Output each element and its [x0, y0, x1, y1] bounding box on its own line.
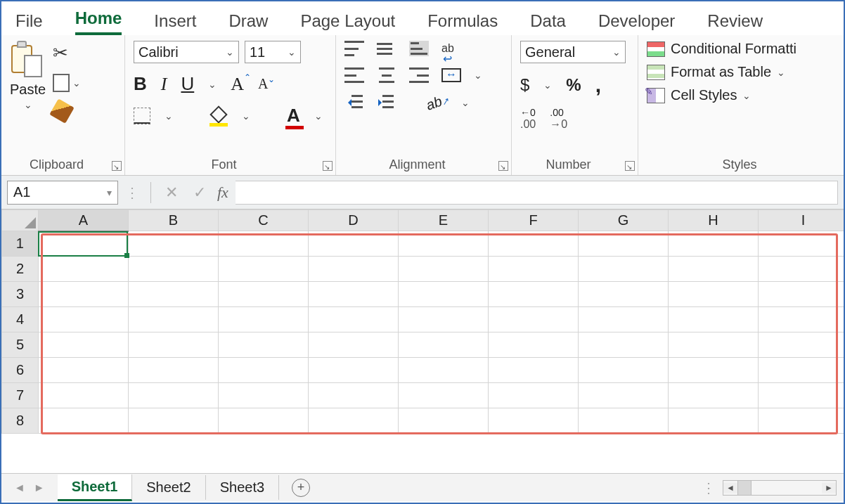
tab-home[interactable]: Home	[75, 3, 122, 35]
font-name-combo[interactable]: Calibri⌄	[134, 41, 239, 63]
sheet-nav-next[interactable]: ►	[34, 482, 45, 494]
align-center-button[interactable]	[377, 67, 396, 83]
merge-dropdown[interactable]: ⌄	[474, 70, 482, 81]
col-header-F[interactable]: F	[489, 210, 579, 231]
tab-formulas[interactable]: Formulas	[427, 6, 498, 35]
row-header-1[interactable]: 1	[2, 231, 39, 257]
col-header-E[interactable]: E	[399, 210, 489, 231]
align-bottom-button[interactable]	[409, 41, 429, 56]
fill-color-dropdown[interactable]: ⌄	[242, 110, 250, 122]
col-header-D[interactable]: D	[309, 210, 399, 231]
borders-button[interactable]	[134, 108, 150, 124]
formula-bar-options[interactable]: ⋮	[125, 184, 141, 201]
cut-icon[interactable]: ✂	[53, 42, 68, 64]
cell-styles-label: Cell Styles	[671, 87, 737, 103]
paste-icon[interactable]	[11, 41, 45, 80]
col-header-G[interactable]: G	[579, 210, 669, 231]
underline-button[interactable]: U	[181, 73, 194, 95]
align-middle-button[interactable]	[377, 41, 396, 56]
currency-button[interactable]: $	[520, 75, 529, 95]
name-box[interactable]: A1 ▾	[7, 181, 118, 205]
decrease-indent-button[interactable]	[344, 95, 363, 110]
tab-file[interactable]: File	[15, 6, 43, 35]
font-dialog-launcher[interactable]	[323, 161, 333, 171]
font-color-dropdown[interactable]: ⌄	[314, 110, 323, 122]
font-color-button[interactable]: A	[287, 105, 300, 127]
copy-icon[interactable]	[53, 74, 70, 92]
sheetbar-options[interactable]: ⋮	[702, 479, 716, 496]
paste-button[interactable]: Paste	[10, 82, 46, 98]
tab-insert[interactable]: Insert	[154, 6, 196, 35]
row-header-2[interactable]: 2	[2, 257, 39, 282]
tab-page-layout[interactable]: Page Layout	[300, 6, 395, 35]
grow-font-button[interactable]: A⌃	[231, 74, 244, 95]
font-name-value: Calibri	[138, 44, 179, 60]
orientation-button[interactable]: ab	[424, 91, 451, 114]
font-size-combo[interactable]: 11⌄	[245, 41, 301, 63]
orientation-dropdown[interactable]: ⌄	[461, 97, 470, 108]
tab-data[interactable]: Data	[530, 6, 566, 35]
col-header-H[interactable]: H	[669, 210, 759, 231]
italic-button[interactable]: I	[161, 74, 167, 95]
increase-indent-button[interactable]	[375, 95, 394, 110]
wrap-text-button[interactable]	[441, 42, 454, 55]
align-top-button[interactable]	[344, 41, 364, 56]
name-box-value: A1	[13, 184, 30, 200]
row-header-7[interactable]: 7	[2, 383, 39, 408]
sheet-nav-prev[interactable]: ◄	[14, 482, 25, 494]
scroll-thumb[interactable]	[737, 481, 752, 495]
scroll-left-button[interactable]: ◄	[723, 483, 737, 493]
increase-decimal-button[interactable]	[520, 107, 536, 131]
underline-dropdown[interactable]: ⌄	[208, 79, 217, 90]
row-header-4[interactable]: 4	[2, 307, 39, 332]
number-dialog-launcher[interactable]	[625, 161, 635, 171]
fill-color-button[interactable]	[209, 108, 228, 124]
new-sheet-button[interactable]: +	[292, 479, 310, 497]
percent-button[interactable]: %	[566, 75, 581, 95]
currency-dropdown[interactable]: ⌄	[543, 79, 552, 91]
format-as-table-icon	[647, 65, 665, 80]
row-header-6[interactable]: 6	[2, 358, 39, 383]
bold-button[interactable]: B	[134, 73, 147, 95]
format-painter-icon[interactable]	[49, 98, 75, 124]
copy-dropdown[interactable]: ⌄	[72, 77, 81, 89]
enter-formula-button[interactable]: ✓	[189, 183, 210, 202]
align-right-button[interactable]	[409, 67, 429, 83]
align-left-button[interactable]	[344, 67, 364, 83]
formula-input[interactable]	[236, 181, 838, 205]
row-header-5[interactable]: 5	[2, 332, 39, 358]
scroll-right-button[interactable]: ►	[822, 483, 836, 493]
format-as-table-button[interactable]: Format as Table ⌄	[647, 64, 835, 80]
conditional-formatting-label: Conditional Formatti	[671, 41, 796, 57]
sheet-tab-3[interactable]: Sheet3	[206, 475, 279, 500]
col-header-B[interactable]: B	[129, 210, 219, 231]
shrink-font-button[interactable]: A⌄	[258, 76, 268, 92]
sheet-tab-1[interactable]: Sheet1	[58, 474, 133, 501]
conditional-formatting-button[interactable]: Conditional Formatti	[647, 41, 835, 57]
row-header-8[interactable]: 8	[2, 408, 39, 434]
horizontal-scrollbar[interactable]: ◄ ►	[723, 480, 837, 496]
row-header-3[interactable]: 3	[2, 282, 39, 307]
col-header-I[interactable]: I	[759, 210, 846, 231]
merge-button[interactable]	[441, 68, 461, 82]
insert-function-button[interactable]: fx	[217, 183, 228, 202]
group-label-styles: Styles	[638, 157, 841, 172]
paste-dropdown[interactable]: ⌄	[24, 99, 32, 110]
clipboard-dialog-launcher[interactable]	[112, 161, 122, 171]
tab-draw[interactable]: Draw	[228, 6, 268, 35]
number-format-combo[interactable]: General⌄	[520, 41, 626, 63]
cancel-formula-button[interactable]: ✕	[161, 183, 182, 202]
tab-review[interactable]: Review	[707, 6, 763, 35]
comma-style-button[interactable]: ,	[595, 73, 601, 97]
grid[interactable]: A B C D E F G H I 1 2 3 4 5 6 7 8	[1, 209, 845, 434]
tab-developer[interactable]: Developer	[598, 6, 675, 35]
formula-bar: A1 ▾ ⋮ ✕ ✓ fx	[1, 176, 844, 209]
cell-styles-button[interactable]: Cell Styles ⌄	[647, 87, 835, 103]
sheet-tab-2[interactable]: Sheet2	[132, 475, 205, 500]
decrease-decimal-button[interactable]	[550, 107, 567, 131]
col-header-C[interactable]: C	[219, 210, 309, 231]
select-all-corner[interactable]	[2, 210, 39, 231]
alignment-dialog-launcher[interactable]	[498, 161, 508, 171]
borders-dropdown[interactable]: ⌄	[165, 110, 173, 122]
col-header-A[interactable]: A	[39, 210, 129, 231]
